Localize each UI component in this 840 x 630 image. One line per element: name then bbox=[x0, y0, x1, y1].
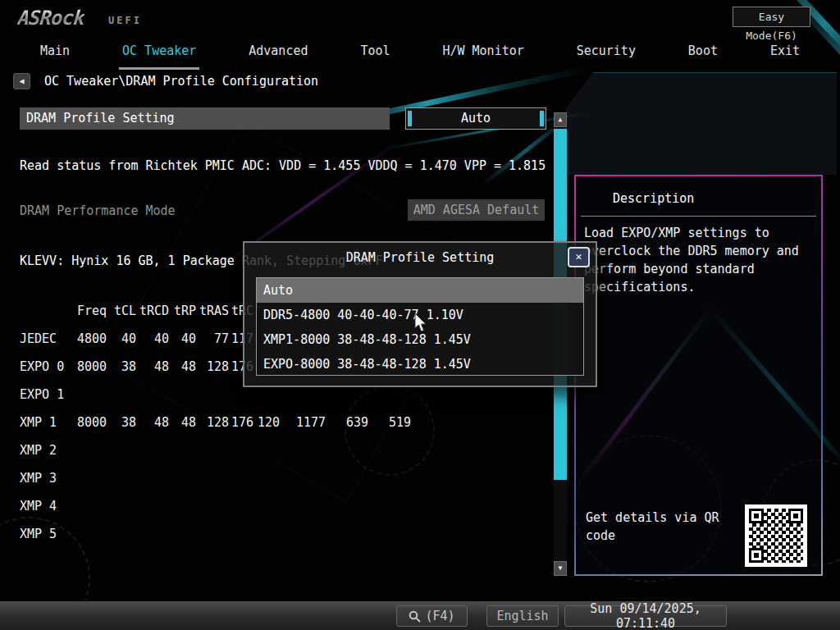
timing-row-label: XMP 2 bbox=[20, 436, 71, 464]
timing-row-label: XMP 3 bbox=[20, 464, 71, 492]
back-button[interactable]: ◀ bbox=[13, 73, 30, 89]
nav-tab-exit[interactable]: Exit bbox=[767, 37, 803, 70]
profile-option-expo-8000-38-48-48-128-1-45v[interactable]: EXPO-8000 38-48-48-128 1.45V bbox=[257, 352, 583, 376]
timing-row-label: XMP 4 bbox=[20, 492, 71, 520]
dram-profile-setting-value[interactable]: Auto bbox=[405, 107, 546, 130]
dram-profile-setting-label: DRAM Profile Setting bbox=[20, 107, 390, 130]
chevron-down-icon: ▼ bbox=[559, 564, 563, 572]
timing-cell: 40 bbox=[107, 325, 136, 353]
profile-option-auto[interactable]: Auto bbox=[257, 278, 583, 303]
timing-cell: 8000 bbox=[71, 409, 107, 436]
nav-tab-main[interactable]: Main bbox=[37, 37, 73, 70]
dram-performance-mode-label: DRAM Performance Mode bbox=[20, 200, 176, 221]
timing-cell: 48 bbox=[136, 409, 169, 436]
search-label: (F4) bbox=[425, 609, 454, 623]
description-title: Description bbox=[613, 191, 694, 206]
timing-cell: 8000 bbox=[71, 353, 107, 381]
chevron-up-icon: ▲ bbox=[559, 116, 563, 123]
scroll-up-button[interactable]: ▲ bbox=[554, 112, 567, 127]
timing-cell: 639 bbox=[326, 409, 368, 436]
timing-cell: 40 bbox=[136, 325, 169, 353]
nav-tab-boot[interactable]: Boot bbox=[685, 37, 721, 70]
footer-bar: (F4) English Sun 09/14/2025, 07:11:40 bbox=[0, 600, 840, 630]
dram-profile-setting-value-text: Auto bbox=[461, 111, 491, 126]
timing-cell: 1177 bbox=[280, 409, 326, 436]
breadcrumb-row: ◀ OC Tweaker\DRAM Profile Configuration bbox=[0, 72, 574, 94]
language-button[interactable]: English bbox=[486, 605, 559, 627]
timing-row-label: EXPO 0 bbox=[20, 353, 71, 381]
timing-cell: tRCD bbox=[136, 297, 169, 325]
timing-cell: 128 bbox=[196, 353, 229, 381]
timing-cell: tRP bbox=[169, 297, 196, 325]
qr-code bbox=[745, 504, 807, 567]
timing-cell: 48 bbox=[169, 409, 196, 436]
top-bar: ASRock UEFI Easy Mode(F6) bbox=[0, 0, 840, 37]
timing-row-label: XMP 5 bbox=[20, 520, 71, 548]
nav-tab-advanced[interactable]: Advanced bbox=[245, 37, 311, 70]
timing-cell: 120 bbox=[253, 409, 280, 436]
close-button[interactable]: ✕ bbox=[568, 247, 590, 267]
timing-cell: tRAS bbox=[196, 297, 229, 325]
asrock-logo: ASRock bbox=[17, 7, 86, 30]
timing-row-xmp-5: XMP 5 bbox=[20, 520, 411, 548]
timing-row-xmp-1: XMP 180003848481281761201177639519 bbox=[20, 409, 411, 436]
timing-cell: 38 bbox=[107, 409, 136, 436]
dram-performance-mode-value[interactable]: AMD AGESA Default bbox=[408, 199, 545, 221]
description-body: Load EXPO/XMP settings to overclock the … bbox=[584, 224, 815, 296]
scroll-down-button[interactable]: ▼ bbox=[554, 561, 567, 576]
timing-row-label: EXPO 1 bbox=[20, 381, 71, 409]
timing-row-xmp-2: XMP 2 bbox=[20, 436, 411, 464]
nav-tab-h-w-monitor[interactable]: H/W Monitor bbox=[439, 37, 527, 70]
read-status-text: Read status from Richtek PMIC ADC: VDD =… bbox=[20, 158, 546, 173]
nav-tab-security[interactable]: Security bbox=[573, 37, 639, 70]
accent-bar bbox=[540, 111, 544, 126]
timing-cell: 77 bbox=[196, 325, 229, 353]
search-button[interactable]: (F4) bbox=[396, 605, 468, 627]
timing-cell: 48 bbox=[136, 353, 169, 381]
mouse-cursor bbox=[414, 313, 429, 334]
datetime-display[interactable]: Sun 09/14/2025, 07:11:40 bbox=[564, 605, 727, 627]
timing-cell: 176 bbox=[229, 409, 253, 436]
nav-tab-tool[interactable]: Tool bbox=[357, 37, 393, 70]
qr-finder bbox=[788, 509, 803, 523]
timing-row-xmp-4: XMP 4 bbox=[20, 492, 411, 520]
qr-finder bbox=[749, 509, 764, 523]
timing-cell: 38 bbox=[107, 353, 136, 381]
timing-cell: 519 bbox=[368, 409, 411, 436]
breadcrumb: OC Tweaker\DRAM Profile Configuration bbox=[44, 74, 318, 89]
timing-cell: Freq bbox=[71, 297, 107, 325]
timing-cell: 40 bbox=[169, 325, 196, 353]
search-icon bbox=[409, 610, 421, 623]
qr-caption: Get details via QR code bbox=[586, 509, 733, 545]
uefi-label: UEFI bbox=[108, 15, 142, 26]
popup-title: DRAM Profile Setting bbox=[244, 250, 596, 265]
qr-finder bbox=[749, 548, 764, 563]
nav-tab-oc-tweaker[interactable]: OC Tweaker bbox=[119, 37, 199, 70]
description-panel: Description Load EXPO/XMP settings to ov… bbox=[574, 175, 823, 576]
back-icon: ◀ bbox=[19, 76, 24, 85]
timing-cell: 48 bbox=[169, 353, 196, 381]
accent-bar bbox=[408, 111, 412, 126]
timing-row-xmp-3: XMP 3 bbox=[20, 464, 411, 492]
timing-cell: 128 bbox=[196, 409, 229, 436]
timing-cell: 4800 bbox=[71, 325, 107, 353]
timing-cell: tCL bbox=[107, 297, 136, 325]
timing-row-label: JEDEC bbox=[20, 325, 71, 353]
main-nav: MainOC TweakerAdvancedToolH/W MonitorSec… bbox=[0, 37, 840, 70]
timing-row-label: XMP 1 bbox=[20, 409, 71, 436]
close-icon: ✕ bbox=[576, 250, 582, 262]
description-divider bbox=[581, 216, 816, 217]
easy-mode-button[interactable]: Easy Mode(F6) bbox=[733, 7, 810, 27]
uefi-screen: ASRock UEFI Easy Mode(F6) MainOC Tweaker… bbox=[0, 0, 840, 630]
